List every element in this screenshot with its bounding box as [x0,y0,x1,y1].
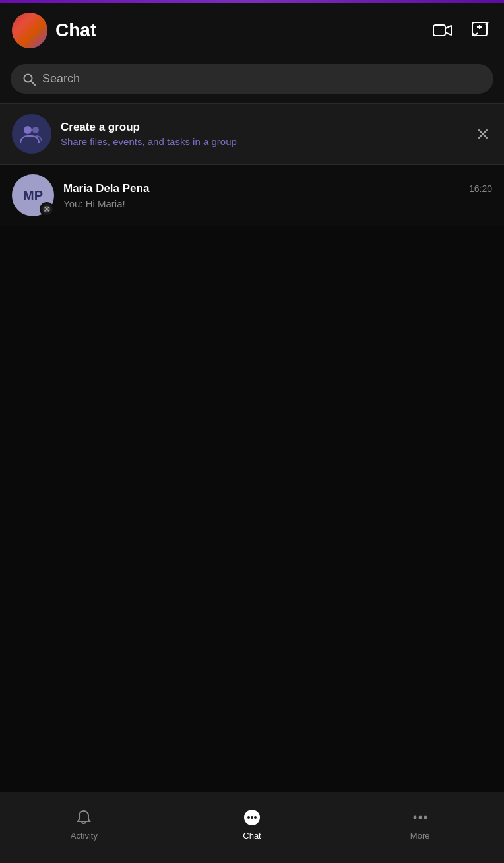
tab-activity[interactable]: Activity [0,792,168,863]
new-chat-button[interactable] [468,18,492,42]
ellipsis-icon [411,808,429,827]
chat-label: Chat [243,831,261,841]
chat-name-row: Maria Dela Pena 16:20 [63,182,492,195]
header: Chat [0,3,504,57]
chat-name: Maria Dela Pena [63,182,149,195]
svg-point-15 [251,816,253,819]
svg-rect-0 [433,25,445,36]
page-title: Chat [55,20,422,41]
tab-more[interactable]: More [336,792,504,863]
svg-point-7 [32,127,39,133]
chat-list: MP Maria Dela Pena 16:20 You: Hi Maria! [0,165,504,226]
bottom-navigation: Activity Chat More [0,792,504,863]
bell-icon [75,808,93,827]
empty-content-area [0,226,504,788]
svg-point-6 [24,126,32,134]
search-container [0,57,504,103]
svg-line-5 [31,81,35,85]
banner-close-button[interactable] [474,125,492,143]
chat-preview: You: Hi Maria! [63,198,492,209]
create-group-banner: Create a group Share files, events, and … [0,104,504,165]
group-banner-subtitle: Share files, events, and tasks in a grou… [61,136,464,147]
svg-point-19 [424,816,427,819]
svg-point-16 [254,816,257,819]
more-label: More [410,831,430,841]
avatar: MP [12,174,54,216]
video-camera-icon [433,22,453,38]
header-actions [430,18,492,42]
chat-info: Maria Dela Pena 16:20 You: Hi Maria! [63,182,492,209]
video-call-button[interactable] [430,20,455,41]
chat-time: 16:20 [469,183,492,194]
user-avatar[interactable] [12,13,47,48]
tab-chat[interactable]: Chat [168,792,336,863]
table-row[interactable]: MP Maria Dela Pena 16:20 You: Hi Maria! [0,165,504,226]
remove-badge[interactable] [40,202,54,216]
avatar-initials: MP [23,188,43,203]
close-icon [476,127,489,141]
group-banner-title: Create a group [61,121,464,134]
avatar-image [12,13,47,48]
search-bar[interactable] [11,64,493,94]
chat-bubble-icon [243,808,261,827]
svg-point-17 [413,816,416,819]
svg-point-14 [247,816,250,819]
remove-icon [42,205,51,214]
svg-point-18 [418,816,422,819]
search-input[interactable] [42,72,482,86]
new-chat-icon [471,21,489,40]
search-icon [22,73,36,86]
group-banner-text: Create a group Share files, events, and … [61,121,464,147]
group-people-icon [19,121,44,146]
activity-label: Activity [71,831,98,841]
group-icon-circle [12,114,51,154]
